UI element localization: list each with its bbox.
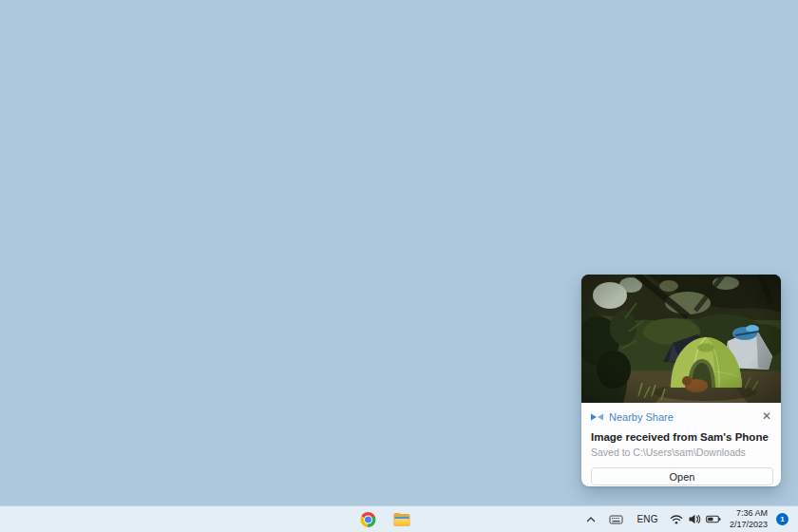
clock-date: 2/17/2023 [730,520,768,530]
toast-header: Nearby Share [591,410,773,423]
quick-settings-button[interactable] [670,513,721,525]
chrome-taskbar-button[interactable] [357,508,380,531]
toast-body: Nearby Share ✕ Image received from Sam's… [581,403,781,486]
wifi-icon [670,513,683,525]
notification-badge[interactable]: 1 [776,513,788,525]
toast-app-name: Nearby Share [609,411,674,423]
battery-icon [706,513,721,525]
close-icon[interactable]: ✕ [760,408,773,424]
nearby-share-icon [591,411,603,423]
touch-keyboard-button[interactable] [607,511,625,527]
toast-subtitle: Saved to C:\Users\sam\Downloads [591,446,773,458]
language-indicator[interactable]: ENG [634,514,661,524]
taskbar-pinned-apps [357,506,413,532]
show-hidden-icons-button[interactable] [583,512,598,527]
shared-image-preview[interactable] [581,275,781,403]
taskbar: ENG 7:36 AM [0,505,798,532]
clock-time: 7:36 AM [730,508,768,519]
system-tray: ENG 7:36 AM [583,506,788,532]
clock[interactable]: 7:36 AM 2/17/2023 [730,508,768,530]
file-explorer-taskbar-button[interactable] [390,508,413,531]
campsite-photo [581,275,781,403]
open-button[interactable]: Open [591,467,773,485]
volume-icon [688,513,701,525]
toast-title: Image received from Sam's Phone [591,431,773,443]
chrome-icon [361,512,376,527]
file-explorer-icon [393,513,409,526]
nearby-share-toast: Nearby Share ✕ Image received from Sam's… [581,275,781,486]
touch-keyboard-icon [609,513,623,525]
chevron-up-icon [585,514,597,525]
